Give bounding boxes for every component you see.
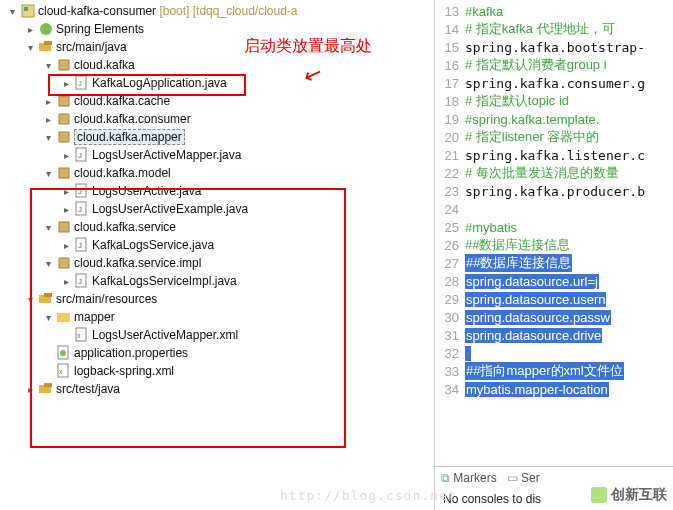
pkg-model[interactable]: ▾ cloud.kafka.model [4,164,434,182]
line-number: 34 [435,382,465,397]
svg-rect-4 [44,41,52,45]
line-number: 20 [435,130,465,145]
tree-label-selected: cloud.kafka.mapper [74,129,185,145]
chevron-down-icon[interactable]: ▾ [40,168,56,179]
bottom-tabs[interactable]: ⧉ Markers ▭ Ser [435,466,673,488]
chevron-right-icon[interactable]: ▸ [22,24,38,35]
svg-rect-1 [24,7,28,11]
editor-line[interactable]: 24 [435,200,673,218]
editor-line[interactable]: 34mybatis.mapper-location [435,380,673,398]
package-icon [56,165,72,181]
code-text: # 指定默认消费者group i [465,56,673,74]
editor-line[interactable]: 25#mybatis [435,218,673,236]
annotation-text: 启动类放置最高处 [244,36,372,57]
code-text: # 指定默认topic id [465,92,673,110]
editor-line[interactable]: 16# 指定默认消费者group i [435,56,673,74]
editor-line[interactable]: 19#spring.kafka.template. [435,110,673,128]
editor-line[interactable]: 14# 指定kafka 代理地址，可 [435,20,673,38]
editor-line[interactable]: 32 [435,344,673,362]
editor-line[interactable]: 18# 指定默认topic id [435,92,673,110]
line-number: 16 [435,58,465,73]
editor-line[interactable]: 22# 每次批量发送消息的数量 [435,164,673,182]
code-text: spring.kafka.listener.c [465,148,673,163]
brand-icon [591,487,607,503]
chevron-down-icon[interactable]: ▾ [22,42,38,53]
annotation-box-1 [48,74,246,96]
editor-line[interactable]: 15spring.kafka.bootstrap- [435,38,673,56]
line-number: 32 [435,346,465,361]
chevron-down-icon[interactable]: ▾ [4,6,20,17]
editor-line[interactable]: 28spring.datasource.url=j [435,272,673,290]
package-icon [56,57,72,73]
svg-rect-8 [59,96,69,106]
svg-point-2 [40,23,52,35]
package-icon [56,111,72,127]
line-number: 22 [435,166,465,181]
code-text: #mybatis [465,220,673,235]
project-name: cloud-kafka-consumer [boot] [tdqq_cloud/… [38,4,298,18]
code-text: #spring.kafka.template. [465,112,673,127]
pkg-consumer[interactable]: ▸ cloud.kafka.consumer [4,110,434,128]
chevron-right-icon[interactable]: ▸ [40,96,56,107]
markers-tab[interactable]: ⧉ Markers [441,471,497,485]
brand-text: 创新互联 [611,486,667,502]
editor-line[interactable]: 23spring.kafka.producer.b [435,182,673,200]
project-root[interactable]: ▾ cloud-kafka-consumer [boot] [tdqq_clou… [4,2,434,20]
file-mapper-java[interactable]: ▸ J LogsUserActiveMapper.java [4,146,434,164]
line-number: 26 [435,238,465,253]
watermark: http://blog.csdn.net [280,488,457,503]
code-text: # 指定kafka 代理地址，可 [465,20,673,38]
code-text: ##指向mapper的xml文件位 [465,362,673,380]
tree-label: Spring Elements [56,22,144,36]
servers-icon: ▭ [507,471,518,485]
source-folder-icon [38,39,54,55]
tree-label: src/main/java [56,40,127,54]
editor-line[interactable]: 29spring.datasource.usern [435,290,673,308]
code-text: #kafka [465,4,673,19]
editor-line[interactable]: 20# 指定listener 容器中的 [435,128,673,146]
tree-label: cloud.kafka.model [74,166,171,180]
svg-rect-13 [59,168,69,178]
code-text: ##数据库连接信息 [465,254,673,272]
editor-line[interactable]: 33##指向mapper的xml文件位 [435,362,673,380]
line-number: 17 [435,76,465,91]
editor-line[interactable]: 27##数据库连接信息 [435,254,673,272]
code-text: # 每次批量发送消息的数量 [465,164,673,182]
editor-line[interactable]: 17spring.kafka.consumer.g [435,74,673,92]
tab-label: Markers [453,471,496,485]
code-text [465,346,673,361]
tab-label: Ser [521,471,540,485]
line-number: 13 [435,4,465,19]
code-text: spring.kafka.producer.b [465,184,673,199]
editor-line[interactable]: 31spring.datasource.drive [435,326,673,344]
pkg-mapper[interactable]: ▾ cloud.kafka.mapper [4,128,434,146]
svg-rect-5 [59,60,69,70]
chevron-down-icon[interactable]: ▾ [40,60,56,71]
editor-line[interactable]: 26##数据库连接信息 [435,236,673,254]
code-text: spring.kafka.bootstrap- [465,40,673,55]
code-text: spring.datasource.usern [465,292,673,307]
chevron-right-icon[interactable]: ▸ [58,150,74,161]
pkg-cloud-kafka[interactable]: ▾ cloud.kafka [4,56,434,74]
editor-line[interactable]: 13#kafka [435,2,673,20]
editor-line[interactable]: 21spring.kafka.listener.c [435,146,673,164]
line-number: 27 [435,256,465,271]
chevron-down-icon[interactable]: ▾ [40,132,56,143]
code-text: mybatis.mapper-location [465,382,673,397]
line-number: 31 [435,328,465,343]
chevron-right-icon[interactable]: ▸ [40,114,56,125]
line-number: 19 [435,112,465,127]
servers-tab[interactable]: ▭ Ser [507,471,540,485]
editor-pane: 13#kafka14# 指定kafka 代理地址，可15spring.kafka… [435,0,673,510]
code-text: spring.datasource.url=j [465,274,673,289]
package-icon [56,129,72,145]
editor-line[interactable]: 30spring.datasource.passw [435,308,673,326]
line-number: 24 [435,202,465,217]
editor-content[interactable]: 13#kafka14# 指定kafka 代理地址，可15spring.kafka… [435,0,673,466]
svg-rect-10 [59,132,69,142]
tree-label: cloud.kafka [74,58,135,72]
line-number: 23 [435,184,465,199]
tree-label: cloud.kafka.consumer [74,112,191,126]
code-text: ##数据库连接信息 [465,236,673,254]
line-number: 33 [435,364,465,379]
